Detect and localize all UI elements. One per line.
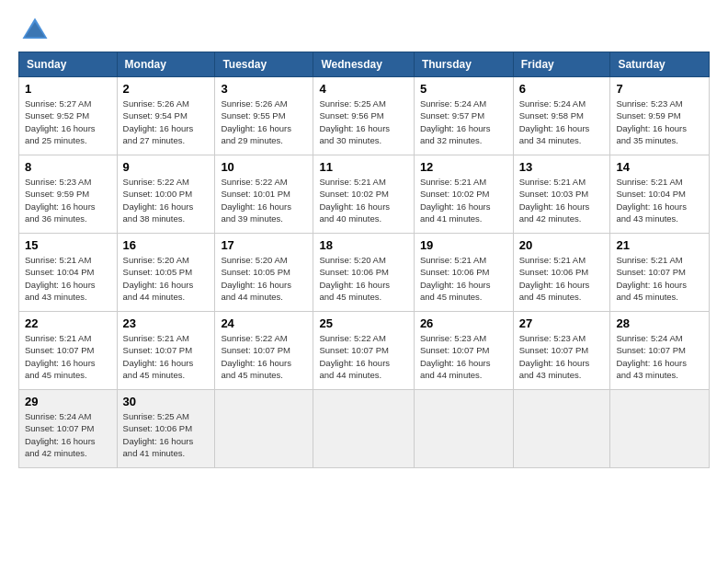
day-cell: 25Sunrise: 5:22 AMSunset: 10:07 PMDaylig…: [313, 312, 414, 390]
day-number: 26: [420, 316, 507, 330]
logo-icon: [18, 14, 51, 47]
day-number: 12: [420, 160, 507, 174]
day-number: 4: [319, 82, 407, 96]
day-info: Sunrise: 5:24 AMSunset: 9:58 PMDaylight:…: [519, 98, 605, 146]
day-info: Sunrise: 5:22 AMSunset: 10:07 PMDaylight…: [221, 332, 307, 381]
day-number: 13: [519, 160, 605, 174]
day-number: 25: [319, 316, 407, 330]
header-cell-monday: Monday: [117, 52, 215, 77]
header: [18, 14, 710, 47]
week-row-5: 29Sunrise: 5:24 AMSunset: 10:07 PMDaylig…: [19, 390, 710, 468]
day-info: Sunrise: 5:20 AMSunset: 10:05 PMDaylight…: [123, 254, 210, 303]
day-number: 28: [616, 316, 703, 330]
day-cell: 14Sunrise: 5:21 AMSunset: 10:04 PMDaylig…: [610, 155, 710, 234]
day-cell: 8Sunrise: 5:23 AMSunset: 9:59 PMDaylight…: [19, 155, 118, 234]
header-cell-friday: Friday: [513, 52, 610, 77]
day-info: Sunrise: 5:24 AMSunset: 10:07 PMDaylight…: [616, 332, 703, 381]
day-number: 18: [319, 238, 407, 252]
day-info: Sunrise: 5:23 AMSunset: 10:07 PMDaylight…: [519, 332, 605, 381]
day-cell: 30Sunrise: 5:25 AMSunset: 10:06 PMDaylig…: [117, 390, 215, 468]
day-number: 5: [420, 82, 507, 96]
day-info: Sunrise: 5:27 AMSunset: 9:52 PMDaylight:…: [25, 98, 111, 146]
week-row-4: 22Sunrise: 5:21 AMSunset: 10:07 PMDaylig…: [19, 312, 710, 390]
day-cell: 23Sunrise: 5:21 AMSunset: 10:07 PMDaylig…: [117, 312, 215, 390]
day-cell: [414, 390, 513, 468]
day-number: 27: [519, 316, 605, 330]
day-info: Sunrise: 5:25 AMSunset: 10:06 PMDaylight…: [123, 410, 210, 459]
day-number: 15: [25, 238, 111, 252]
day-cell: 17Sunrise: 5:20 AMSunset: 10:05 PMDaylig…: [215, 234, 313, 312]
day-info: Sunrise: 5:21 AMSunset: 10:02 PMDaylight…: [319, 176, 407, 224]
day-number: 3: [221, 82, 307, 96]
day-cell: 19Sunrise: 5:21 AMSunset: 10:06 PMDaylig…: [414, 234, 513, 312]
day-number: 16: [123, 238, 210, 252]
day-number: 2: [123, 82, 210, 96]
day-number: 14: [616, 160, 703, 174]
day-cell: 6Sunrise: 5:24 AMSunset: 9:58 PMDaylight…: [513, 77, 610, 155]
day-cell: [610, 390, 710, 468]
day-info: Sunrise: 5:23 AMSunset: 10:07 PMDaylight…: [420, 332, 507, 381]
day-cell: 18Sunrise: 5:20 AMSunset: 10:06 PMDaylig…: [313, 234, 414, 312]
day-cell: 24Sunrise: 5:22 AMSunset: 10:07 PMDaylig…: [215, 312, 313, 390]
day-cell: 12Sunrise: 5:21 AMSunset: 10:02 PMDaylig…: [414, 155, 513, 234]
week-row-2: 8Sunrise: 5:23 AMSunset: 9:59 PMDaylight…: [19, 155, 710, 234]
day-number: 8: [25, 160, 111, 174]
day-info: Sunrise: 5:21 AMSunset: 10:07 PMDaylight…: [616, 254, 703, 303]
calendar-body: 1Sunrise: 5:27 AMSunset: 9:52 PMDaylight…: [19, 77, 710, 468]
calendar-table: SundayMondayTuesdayWednesdayThursdayFrid…: [18, 52, 710, 468]
day-info: Sunrise: 5:21 AMSunset: 10:06 PMDaylight…: [420, 254, 507, 303]
day-info: Sunrise: 5:26 AMSunset: 9:55 PMDaylight:…: [221, 98, 307, 146]
day-info: Sunrise: 5:21 AMSunset: 10:02 PMDaylight…: [420, 176, 507, 224]
day-cell: 7Sunrise: 5:23 AMSunset: 9:59 PMDaylight…: [610, 77, 710, 155]
day-info: Sunrise: 5:23 AMSunset: 9:59 PMDaylight:…: [25, 176, 111, 224]
day-cell: [215, 390, 313, 468]
day-cell: 11Sunrise: 5:21 AMSunset: 10:02 PMDaylig…: [313, 155, 414, 234]
header-cell-wednesday: Wednesday: [313, 52, 414, 77]
day-cell: 15Sunrise: 5:21 AMSunset: 10:04 PMDaylig…: [19, 234, 118, 312]
day-cell: 5Sunrise: 5:24 AMSunset: 9:57 PMDaylight…: [414, 77, 513, 155]
day-info: Sunrise: 5:21 AMSunset: 10:04 PMDaylight…: [25, 254, 111, 303]
day-info: Sunrise: 5:22 AMSunset: 10:07 PMDaylight…: [319, 332, 407, 381]
day-number: 6: [519, 82, 605, 96]
header-cell-saturday: Saturday: [610, 52, 710, 77]
header-cell-sunday: Sunday: [19, 52, 118, 77]
day-cell: 26Sunrise: 5:23 AMSunset: 10:07 PMDaylig…: [414, 312, 513, 390]
week-row-3: 15Sunrise: 5:21 AMSunset: 10:04 PMDaylig…: [19, 234, 710, 312]
header-cell-tuesday: Tuesday: [215, 52, 313, 77]
day-info: Sunrise: 5:23 AMSunset: 9:59 PMDaylight:…: [616, 98, 703, 146]
day-number: 9: [123, 160, 210, 174]
day-cell: 1Sunrise: 5:27 AMSunset: 9:52 PMDaylight…: [19, 77, 118, 155]
header-cell-thursday: Thursday: [414, 52, 513, 77]
day-number: 30: [123, 395, 210, 408]
day-cell: [313, 390, 414, 468]
day-number: 21: [616, 238, 703, 252]
day-info: Sunrise: 5:20 AMSunset: 10:05 PMDaylight…: [221, 254, 307, 303]
day-info: Sunrise: 5:22 AMSunset: 10:01 PMDaylight…: [221, 176, 307, 224]
day-info: Sunrise: 5:26 AMSunset: 9:54 PMDaylight:…: [123, 98, 210, 146]
day-cell: [513, 390, 610, 468]
header-row: SundayMondayTuesdayWednesdayThursdayFrid…: [19, 52, 710, 77]
day-cell: 2Sunrise: 5:26 AMSunset: 9:54 PMDaylight…: [117, 77, 215, 155]
day-info: Sunrise: 5:25 AMSunset: 9:56 PMDaylight:…: [319, 98, 407, 146]
day-number: 7: [616, 82, 703, 96]
day-info: Sunrise: 5:24 AMSunset: 10:07 PMDaylight…: [25, 410, 111, 459]
day-info: Sunrise: 5:20 AMSunset: 10:06 PMDaylight…: [319, 254, 407, 303]
day-cell: 28Sunrise: 5:24 AMSunset: 10:07 PMDaylig…: [610, 312, 710, 390]
day-number: 22: [25, 316, 111, 330]
day-cell: 13Sunrise: 5:21 AMSunset: 10:03 PMDaylig…: [513, 155, 610, 234]
day-cell: 27Sunrise: 5:23 AMSunset: 10:07 PMDaylig…: [513, 312, 610, 390]
week-row-1: 1Sunrise: 5:27 AMSunset: 9:52 PMDaylight…: [19, 77, 710, 155]
day-cell: 22Sunrise: 5:21 AMSunset: 10:07 PMDaylig…: [19, 312, 118, 390]
day-info: Sunrise: 5:22 AMSunset: 10:00 PMDaylight…: [123, 176, 210, 224]
day-cell: 4Sunrise: 5:25 AMSunset: 9:56 PMDaylight…: [313, 77, 414, 155]
calendar-header: SundayMondayTuesdayWednesdayThursdayFrid…: [19, 52, 710, 77]
day-info: Sunrise: 5:21 AMSunset: 10:07 PMDaylight…: [25, 332, 111, 381]
day-number: 29: [25, 395, 111, 408]
day-number: 17: [221, 238, 307, 252]
day-cell: 3Sunrise: 5:26 AMSunset: 9:55 PMDaylight…: [215, 77, 313, 155]
day-info: Sunrise: 5:21 AMSunset: 10:07 PMDaylight…: [123, 332, 210, 381]
day-info: Sunrise: 5:21 AMSunset: 10:06 PMDaylight…: [519, 254, 605, 303]
day-cell: 21Sunrise: 5:21 AMSunset: 10:07 PMDaylig…: [610, 234, 710, 312]
page: SundayMondayTuesdayWednesdayThursdayFrid…: [0, 0, 728, 563]
day-info: Sunrise: 5:21 AMSunset: 10:03 PMDaylight…: [519, 176, 605, 224]
